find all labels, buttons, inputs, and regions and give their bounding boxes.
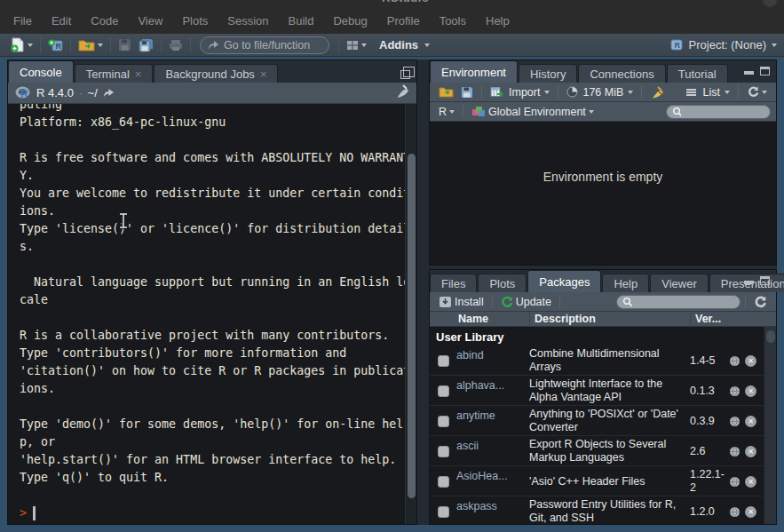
- maximize-pane-icon[interactable]: [760, 276, 770, 285]
- minimize-pane-icon[interactable]: [744, 67, 754, 75]
- close-icon[interactable]: [260, 67, 267, 81]
- tab-connections[interactable]: Connections: [578, 64, 665, 83]
- refresh-packages-button[interactable]: [750, 291, 771, 313]
- tab-plots[interactable]: Plots: [478, 274, 527, 292]
- remove-package-icon[interactable]: [745, 446, 756, 457]
- memory-usage-button[interactable]: 176 MiB: [563, 82, 637, 103]
- package-checkbox[interactable]: [438, 506, 449, 518]
- remove-package-icon[interactable]: [745, 385, 756, 397]
- packages-search-box[interactable]: [616, 295, 740, 309]
- tab-terminal[interactable]: Terminal: [75, 64, 154, 83]
- addins-button[interactable]: Addins: [370, 35, 433, 56]
- package-checkbox[interactable]: [438, 476, 449, 488]
- browse-website-icon[interactable]: [729, 416, 740, 427]
- tab-background-jobs[interactable]: Background Jobs: [154, 64, 278, 83]
- console-scrollbar-thumb[interactable]: [408, 154, 416, 498]
- console-output[interactable]: puting Platform: x86_64-pc-linux-gnu R i…: [8, 104, 416, 524]
- menu-build[interactable]: Build: [279, 9, 324, 34]
- clear-console-button[interactable]: [394, 84, 409, 102]
- menu-session[interactable]: Session: [218, 9, 278, 34]
- r-version-label[interactable]: R 4.4.0: [36, 86, 74, 99]
- browse-website-icon[interactable]: [729, 476, 740, 488]
- console-tabbar: Console Terminal Background Jobs: [8, 60, 416, 83]
- install-button[interactable]: Install: [435, 291, 487, 313]
- package-checkbox[interactable]: [438, 446, 449, 457]
- packages-search-input[interactable]: [636, 296, 734, 308]
- package-name-link[interactable]: anytime: [456, 408, 529, 422]
- browse-website-icon[interactable]: [729, 355, 740, 367]
- remove-package-icon[interactable]: [745, 506, 756, 518]
- save-all-button[interactable]: [135, 35, 157, 56]
- environment-search-box[interactable]: [666, 105, 771, 119]
- title-and-menu-bar: RStudio File Edit Code View Plots Sessio…: [0, 0, 784, 34]
- project-menu-button[interactable]: R Project: (None): [669, 38, 777, 52]
- load-workspace-button[interactable]: [435, 82, 457, 103]
- print-button[interactable]: [165, 35, 186, 56]
- tab-packages[interactable]: Packages: [527, 270, 601, 292]
- package-name-link[interactable]: alphava...: [456, 377, 529, 392]
- package-checkbox[interactable]: [438, 416, 449, 427]
- remove-package-icon[interactable]: [745, 476, 756, 488]
- menu-debug[interactable]: Debug: [323, 9, 376, 34]
- column-version: Ver...: [690, 312, 729, 327]
- environment-scope-selector[interactable]: Global Environment: [468, 101, 598, 123]
- maximize-pane-icon[interactable]: [760, 67, 770, 75]
- menu-help[interactable]: Help: [476, 9, 519, 34]
- environment-search-input[interactable]: [685, 106, 764, 118]
- tab-help[interactable]: Help: [602, 274, 649, 292]
- goto-file-function-input[interactable]: [224, 39, 321, 52]
- menu-plots[interactable]: Plots: [172, 9, 218, 34]
- panes-grid-icon: [346, 40, 359, 51]
- clear-environment-button[interactable]: [646, 82, 668, 103]
- tab-console[interactable]: Console: [8, 60, 74, 83]
- package-name-link[interactable]: askpass: [456, 498, 529, 512]
- open-folder-icon: [439, 86, 454, 98]
- new-file-button[interactable]: [7, 35, 36, 56]
- tab-files[interactable]: Files: [430, 274, 477, 292]
- save-workspace-button[interactable]: [457, 82, 477, 103]
- menu-file[interactable]: File: [4, 9, 42, 34]
- new-project-button[interactable]: R: [44, 35, 67, 56]
- menu-view[interactable]: View: [128, 9, 172, 34]
- menu-code[interactable]: Code: [81, 9, 128, 34]
- package-description: Lightweight Interface to the Alpha Vanta…: [529, 377, 690, 404]
- environment-empty-message: Environment is empty: [430, 170, 776, 184]
- packages-scrollbar[interactable]: [764, 327, 776, 524]
- save-button[interactable]: [115, 35, 135, 56]
- tab-viewer[interactable]: Viewer: [650, 274, 709, 292]
- tab-environment[interactable]: Environment: [430, 60, 518, 83]
- open-file-button[interactable]: [75, 35, 107, 56]
- env-view-mode-button[interactable]: List: [683, 82, 733, 103]
- menu-profile[interactable]: Profile: [377, 9, 430, 34]
- menu-edit[interactable]: Edit: [42, 9, 81, 34]
- menu-tools[interactable]: Tools: [430, 9, 476, 34]
- pane-splitter-vertical[interactable]: [417, 60, 429, 525]
- console-scrollbar[interactable]: [405, 104, 416, 524]
- close-icon[interactable]: [135, 67, 142, 81]
- share-arrow-icon[interactable]: [103, 88, 115, 98]
- tab-history[interactable]: History: [519, 64, 577, 83]
- remove-package-icon[interactable]: [745, 416, 756, 427]
- package-name-link[interactable]: ascii: [456, 438, 529, 452]
- package-checkbox[interactable]: [438, 355, 449, 367]
- remove-package-icon[interactable]: [745, 355, 756, 367]
- tab-tutorial[interactable]: Tutorial: [667, 64, 728, 83]
- pie-memory-icon: [566, 86, 578, 98]
- package-checkbox[interactable]: [438, 385, 449, 397]
- refresh-environment-button[interactable]: [743, 82, 771, 103]
- panes-layout-button[interactable]: [343, 35, 370, 56]
- browse-website-icon[interactable]: [729, 506, 740, 518]
- packages-toolbar: Install Update: [430, 292, 776, 312]
- browse-website-icon[interactable]: [729, 446, 740, 457]
- restore-pane-icon[interactable]: [400, 70, 410, 79]
- minimize-pane-icon[interactable]: [744, 276, 754, 285]
- import-dataset-button[interactable]: Import: [487, 82, 553, 103]
- language-selector[interactable]: R: [435, 101, 458, 123]
- chevron-down-icon: [725, 91, 730, 94]
- package-name-link[interactable]: abind: [456, 347, 529, 361]
- packages-scrollbar-thumb[interactable]: [766, 330, 775, 343]
- browse-website-icon[interactable]: [729, 385, 740, 397]
- goto-file-function-box[interactable]: [200, 36, 329, 54]
- package-name-link[interactable]: AsioHea...: [456, 468, 529, 482]
- update-button[interactable]: Update: [497, 291, 555, 313]
